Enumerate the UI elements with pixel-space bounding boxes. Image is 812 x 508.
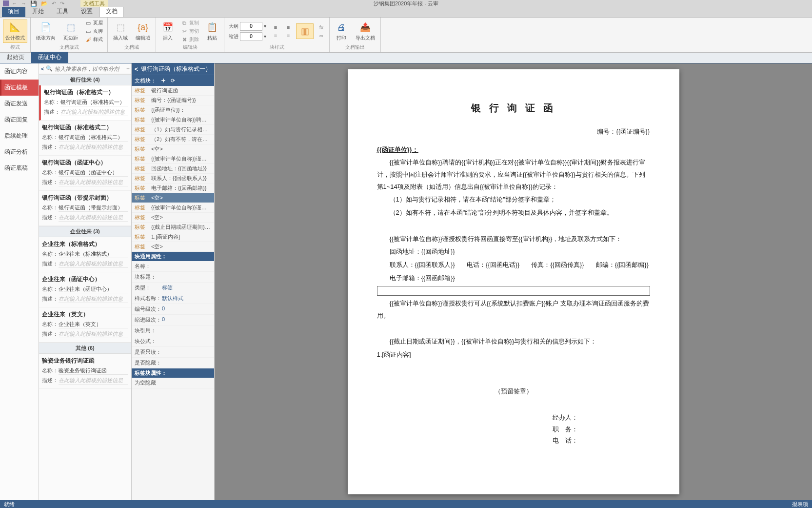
page-orient-button[interactable]: 📄纸张方向 xyxy=(34,20,58,43)
nav-confirm-send[interactable]: 函证发送 xyxy=(0,96,39,112)
formula-button[interactable]: fx xyxy=(317,23,326,31)
qat-forward-icon[interactable]: → xyxy=(21,0,26,7)
block-item[interactable]: 标签{{函证单位}}： xyxy=(132,105,214,115)
prop-value[interactable] xyxy=(162,379,211,386)
template-search-input[interactable] xyxy=(55,66,122,72)
block-property-row[interactable]: 是否隐藏： xyxy=(132,358,214,368)
template-name-value[interactable]: 企业往来（函证中心） xyxy=(59,285,128,293)
footer-button[interactable]: ▭页脚 xyxy=(83,27,104,35)
insert-block-button[interactable]: 📅插入 xyxy=(159,20,177,43)
style-button[interactable]: 🖌样式 xyxy=(83,36,104,43)
qat-open-icon[interactable]: 📂 xyxy=(41,0,48,7)
block-item[interactable]: 标签（2）如有不符，请在… xyxy=(132,135,214,144)
template-card[interactable]: 银行询证函（标准格式一）名称：银行询证函（标准格式一）描述：在此输入此模板的描述… xyxy=(39,85,131,121)
block-property-row[interactable]: 为空隐藏 xyxy=(132,378,214,388)
template-category[interactable]: 银行往来 (4) xyxy=(39,74,131,85)
template-card[interactable]: 企业往来（英文）名称：企业往来（英文）描述：在此输入此模板的描述信息 xyxy=(39,307,131,343)
block-property-row[interactable]: 样式名称：默认样式 xyxy=(132,293,214,304)
prop-value[interactable] xyxy=(162,263,211,270)
template-card[interactable]: 验资业务银行询证函名称：验资业务银行询证函描述：在此输入此模板的描述信息 xyxy=(39,354,131,389)
block-property-row[interactable]: 编号级次：0 xyxy=(132,304,214,315)
block-item[interactable]: 标签{{被审计单位自称}}谨授… xyxy=(132,154,214,164)
align-center-button[interactable]: ≡ xyxy=(271,32,280,40)
template-desc-value[interactable]: 在此输入此模板的描述信息 xyxy=(59,260,128,268)
template-category[interactable]: 企业往来 (3) xyxy=(39,226,131,237)
design-mode-button[interactable]: 📐 设计模式 xyxy=(3,20,27,43)
tab-project[interactable]: 项目 xyxy=(2,6,25,17)
template-desc-value[interactable]: 在此输入此模板的描述信息 xyxy=(60,108,128,116)
page-margin-button[interactable]: ⬚页边距 xyxy=(61,20,80,43)
align-left-button[interactable]: ≡ xyxy=(271,23,280,31)
block-item[interactable]: 标签联系人：{{回函联系人}} xyxy=(132,174,214,183)
template-category[interactable]: 其他 (6) xyxy=(39,343,131,354)
template-name-value[interactable]: 银行询证函（标准格式一） xyxy=(60,99,128,106)
template-card[interactable]: 银行询证函（标准格式二）名称：银行询证函（标准格式二）描述：在此输入此模板的描述… xyxy=(39,121,131,156)
tpl-back-icon[interactable]: < xyxy=(41,66,44,72)
tab-start[interactable]: 开始 xyxy=(26,6,50,17)
nav-confirm-content[interactable]: 函证内容 xyxy=(0,63,39,80)
block-item[interactable]: 标签<空> xyxy=(132,213,214,223)
template-name-value[interactable]: 验资业务银行询证函 xyxy=(59,367,128,375)
status-right[interactable]: 报表项 xyxy=(792,501,808,508)
blk-back-icon[interactable]: < xyxy=(135,66,138,73)
cut-button[interactable]: ✂剪切 xyxy=(179,27,200,35)
prop-value[interactable]: 0 xyxy=(162,316,211,324)
prop-value[interactable] xyxy=(162,338,211,345)
block-item[interactable]: 标签1.[函证内容] xyxy=(132,232,214,242)
copy-button[interactable]: ⧉复制 xyxy=(179,19,200,27)
block-property-row[interactable]: 类型：标签 xyxy=(132,283,214,293)
block-item[interactable]: 标签<空> xyxy=(132,193,214,203)
prop-value[interactable] xyxy=(162,348,211,356)
template-name-value[interactable]: 企业往来（标准格式） xyxy=(59,250,128,258)
outline-level-input[interactable] xyxy=(240,22,262,31)
align-right-button[interactable]: ≡ xyxy=(283,23,293,31)
block-highlight-button[interactable]: ▥ xyxy=(296,23,314,39)
prop-value[interactable]: 标签 xyxy=(162,284,211,291)
print-button[interactable]: 🖨打印 xyxy=(333,20,350,43)
qat-back-icon[interactable]: ← xyxy=(12,0,17,7)
add-template-icon[interactable]: ＋ xyxy=(124,65,132,72)
template-desc-value[interactable]: 在此输入此模板的描述信息 xyxy=(59,330,128,338)
template-name-value[interactable]: 银行询证函（函证中心） xyxy=(59,169,128,177)
nav-confirm-analysis[interactable]: 函证分析 xyxy=(0,144,39,160)
export-doc-button[interactable]: 📤导出文档 xyxy=(353,20,377,43)
template-desc-value[interactable]: 在此输入此模板的描述信息 xyxy=(59,214,128,222)
document-viewport[interactable]: 银 行 询 证 函 编号：{{函证编号}} {{函证单位}}： {{被审计单位自… xyxy=(215,63,812,500)
align-justify-button[interactable]: ≡ xyxy=(283,32,293,40)
block-property-row[interactable]: 名称： xyxy=(132,261,214,272)
block-item[interactable]: 标签回函地址：{{回函地址}} xyxy=(132,164,214,174)
template-name-value[interactable]: 银行询证函（标准格式二） xyxy=(59,134,128,142)
block-refresh-icon[interactable]: ⟳ xyxy=(171,78,175,84)
document-page[interactable]: 银 行 询 证 函 编号：{{函证编号}} {{函证单位}}： {{被审计单位自… xyxy=(348,69,679,494)
template-desc-value[interactable]: 在此输入此模板的描述信息 xyxy=(59,295,128,303)
template-name-value[interactable]: 企业往来（英文） xyxy=(59,321,128,328)
pagetab-start[interactable]: 起始页 xyxy=(0,52,31,63)
block-item[interactable]: 标签（1）如与贵行记录相… xyxy=(132,125,214,135)
block-item[interactable]: 标签编号：{{函证编号}} xyxy=(132,96,214,105)
qat-redo-icon[interactable]: ↷ xyxy=(60,0,64,7)
delete-button[interactable]: ✖删除 xyxy=(179,36,200,43)
link-button[interactable]: ∞ xyxy=(317,32,326,40)
block-item[interactable]: 标签<空> xyxy=(132,144,214,154)
block-property-row[interactable]: 块引用： xyxy=(132,325,214,336)
add-block-icon[interactable]: ＋ xyxy=(160,76,167,85)
indent-level-input[interactable] xyxy=(240,32,262,41)
header-button[interactable]: ▭页眉 xyxy=(83,19,104,27)
template-card[interactable]: 企业往来（函证中心）名称：企业往来（函证中心）描述：在此输入此模板的描述信息 xyxy=(39,272,131,307)
template-name-value[interactable]: 银行询证函（带提示封面） xyxy=(59,204,128,212)
prop-value[interactable] xyxy=(162,273,211,281)
template-desc-value[interactable]: 在此输入此模板的描述信息 xyxy=(59,377,128,385)
contextual-tool-tab[interactable]: 文档工具 xyxy=(80,0,108,7)
paste-button[interactable]: 📋粘贴 xyxy=(203,20,221,43)
template-card[interactable]: 企业往来（标准格式）名称：企业往来（标准格式）描述：在此输入此模板的描述信息 xyxy=(39,237,131,272)
block-property-row[interactable]: 缩进级次：0 xyxy=(132,315,214,325)
template-card[interactable]: 银行询证函（函证中心）名称：银行询证函（函证中心）描述：在此输入此模板的描述信息 xyxy=(39,156,131,191)
template-desc-value[interactable]: 在此输入此模板的描述信息 xyxy=(59,143,128,151)
prop-value[interactable] xyxy=(162,327,211,334)
pagetab-confirm-center[interactable]: 函证中心 xyxy=(31,52,68,63)
nav-confirm-draft[interactable]: 函证底稿 xyxy=(0,160,39,176)
block-item[interactable]: 标签银行询证函 xyxy=(132,86,214,96)
template-desc-value[interactable]: 在此输入此模板的描述信息 xyxy=(59,179,128,186)
template-card[interactable]: 银行询证函（带提示封面）名称：银行询证函（带提示封面）描述：在此输入此模板的描述… xyxy=(39,191,131,226)
prop-value[interactable]: 0 xyxy=(162,305,211,313)
